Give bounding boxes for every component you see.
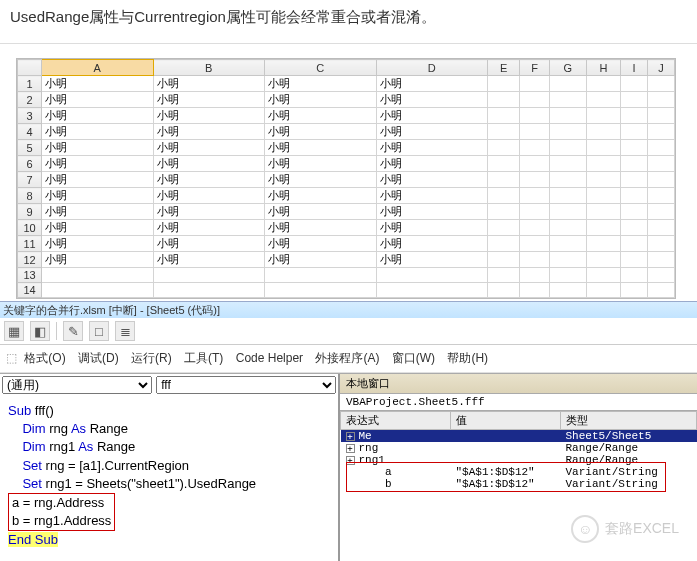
locals-col-type[interactable]: 类型 [561,412,697,430]
cell[interactable] [621,283,648,298]
object-dropdown[interactable]: (通用) [2,376,152,394]
cell[interactable] [621,172,648,188]
cell[interactable] [488,252,520,268]
cell[interactable] [549,156,586,172]
cell[interactable]: 小明 [42,124,154,140]
cell[interactable]: 小明 [42,156,154,172]
cell[interactable] [586,220,620,236]
cell[interactable]: 小明 [376,156,488,172]
cell[interactable] [488,204,520,220]
cell[interactable]: 小明 [376,76,488,92]
row-header[interactable]: 5 [18,140,42,156]
cell[interactable]: 小明 [265,76,377,92]
code-editor[interactable]: Sub fff() Dim rng As Range Dim rng1 As R… [0,396,338,561]
cell[interactable]: 小明 [376,92,488,108]
menu-item[interactable]: 格式(O) [24,351,65,365]
cell[interactable]: 小明 [153,156,265,172]
locals-row[interactable]: +rngRange/Range [341,442,697,454]
select-all-corner[interactable] [18,60,42,76]
cell[interactable] [488,172,520,188]
cell[interactable] [647,172,674,188]
cell[interactable] [520,172,550,188]
cell[interactable] [488,92,520,108]
cell[interactable] [586,92,620,108]
row-header[interactable]: 14 [18,283,42,298]
cell[interactable] [42,283,154,298]
toolbar-icon[interactable]: ◧ [30,321,50,341]
cell[interactable] [647,156,674,172]
cell[interactable] [549,124,586,140]
cell[interactable]: 小明 [265,252,377,268]
cell[interactable]: 小明 [153,188,265,204]
menu-item[interactable]: 运行(R) [131,351,172,365]
cell[interactable] [586,268,620,283]
row-header[interactable]: 9 [18,204,42,220]
cell[interactable]: 小明 [42,108,154,124]
row-header[interactable]: 1 [18,76,42,92]
cell[interactable] [520,140,550,156]
cell[interactable] [621,252,648,268]
row-header[interactable]: 10 [18,220,42,236]
cell[interactable] [549,172,586,188]
row-header[interactable]: 11 [18,236,42,252]
cell[interactable]: 小明 [265,108,377,124]
cell[interactable]: 小明 [265,220,377,236]
locals-row[interactable]: +MeSheet5/Sheet5 [341,430,697,443]
cell[interactable] [265,268,377,283]
toolbar-icon[interactable]: □ [89,321,109,341]
cell[interactable] [586,204,620,220]
cell[interactable]: 小明 [265,140,377,156]
menu-item[interactable]: 窗口(W) [392,351,435,365]
col-header[interactable]: A [42,60,154,76]
cell[interactable] [586,156,620,172]
cell[interactable] [520,124,550,140]
cell[interactable] [621,92,648,108]
cell[interactable] [520,220,550,236]
row-header[interactable]: 13 [18,268,42,283]
cell[interactable] [549,220,586,236]
cell[interactable]: 小明 [42,188,154,204]
cell[interactable] [586,236,620,252]
cell[interactable] [376,268,488,283]
cell[interactable] [376,283,488,298]
cell[interactable] [488,140,520,156]
cell[interactable] [621,140,648,156]
cell[interactable] [488,76,520,92]
cell[interactable] [621,156,648,172]
proc-dropdown[interactable]: fff [156,376,336,394]
row-header[interactable]: 12 [18,252,42,268]
cell[interactable]: 小明 [42,76,154,92]
cell[interactable]: 小明 [265,124,377,140]
cell[interactable] [488,236,520,252]
cell[interactable] [621,236,648,252]
cell[interactable] [549,268,586,283]
menu-item[interactable]: 外接程序(A) [315,351,379,365]
cell[interactable] [621,108,648,124]
locals-row[interactable]: b"$A$1:$D$12"Variant/String [341,478,697,490]
cell[interactable] [647,204,674,220]
toolbar-icon[interactable]: ▦ [4,321,24,341]
cell[interactable]: 小明 [376,124,488,140]
cell[interactable]: 小明 [153,76,265,92]
col-header[interactable]: G [549,60,586,76]
cell[interactable]: 小明 [376,172,488,188]
locals-table[interactable]: 表达式 值 类型 +MeSheet5/Sheet5+rngRange/Range… [340,411,697,490]
cell[interactable] [621,204,648,220]
cell[interactable] [520,188,550,204]
row-header[interactable]: 6 [18,156,42,172]
col-header[interactable]: C [265,60,377,76]
cell[interactable]: 小明 [42,172,154,188]
row-header[interactable]: 7 [18,172,42,188]
cell[interactable] [488,124,520,140]
cell[interactable]: 小明 [265,204,377,220]
locals-col-expr[interactable]: 表达式 [341,412,451,430]
cell[interactable] [621,188,648,204]
cell[interactable]: 小明 [376,108,488,124]
col-header[interactable]: D [376,60,488,76]
cell[interactable] [520,108,550,124]
cell[interactable]: 小明 [42,140,154,156]
cell[interactable] [488,283,520,298]
menu-item[interactable]: 调试(D) [78,351,119,365]
locals-row[interactable]: +rng1Range/Range [341,454,697,466]
cell[interactable]: 小明 [153,124,265,140]
